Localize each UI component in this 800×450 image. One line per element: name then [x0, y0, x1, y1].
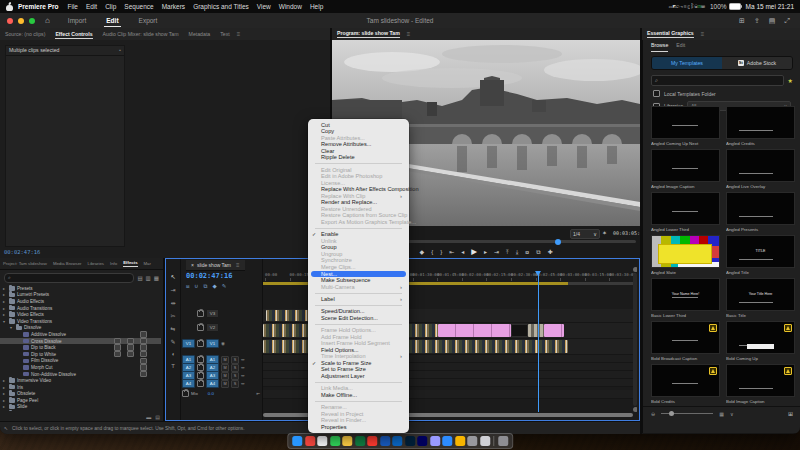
- timeline-clip[interactable]: [263, 324, 309, 337]
- timeline-clip[interactable]: [266, 310, 309, 321]
- type-tool-icon[interactable]: T: [171, 363, 175, 369]
- context-menu-item[interactable]: ✓ Label ›: [308, 296, 409, 303]
- workspace-tab[interactable]: Import: [66, 15, 88, 26]
- dock-app-icon[interactable]: [330, 436, 340, 446]
- effects-tree-item[interactable]: ▸ Wipe: [0, 410, 161, 411]
- close-window-button[interactable]: [7, 18, 13, 24]
- effect-controls-timecode[interactable]: 00:02:47:16: [4, 249, 40, 255]
- effects-tree-item[interactable]: Dip to White: [0, 351, 161, 358]
- panel-tab[interactable]: Source: (no clips): [5, 31, 45, 37]
- timeline-clip[interactable]: [511, 324, 528, 337]
- vertical-scrollbar[interactable]: [633, 273, 637, 406]
- disclosure-arrow-icon[interactable]: ▾: [3, 319, 7, 324]
- template-card[interactable]: Angled Coming Up Next: [651, 106, 720, 146]
- battery-status[interactable]: 100%: [710, 3, 741, 10]
- disclosure-arrow-icon[interactable]: ▾: [10, 325, 14, 330]
- disclosure-arrow-icon[interactable]: ▸: [3, 404, 7, 409]
- menubar-clock[interactable]: Ma 15 mei 21:21: [746, 3, 794, 10]
- effects-tree-item[interactable]: ▸ Audio Effects: [0, 298, 161, 305]
- effects-tree-item[interactable]: ▾ Dissolve: [0, 325, 161, 332]
- disclosure-arrow-icon[interactable]: ▸: [3, 378, 7, 383]
- timeline-clip[interactable]: [544, 324, 564, 337]
- effects-tree-item[interactable]: Film Dissolve: [0, 358, 161, 365]
- template-card[interactable]: Angled Lower Third: [651, 192, 720, 232]
- template-card[interactable]: Bold Credits: [651, 364, 720, 404]
- lock-icon[interactable]: [197, 380, 204, 387]
- menubar-item[interactable]: Markers: [162, 3, 185, 10]
- context-menu-item[interactable]: ✓ Properties ›: [308, 424, 409, 431]
- timeline-clip[interactable]: [528, 324, 544, 337]
- trash-icon[interactable]: [498, 436, 508, 446]
- dock-app-icon[interactable]: [430, 436, 440, 446]
- new-item-icon[interactable]: ⊞: [788, 410, 793, 417]
- go-to-in-button[interactable]: ⇤: [449, 247, 454, 257]
- template-card[interactable]: Bold Coming Up: [726, 321, 795, 361]
- keyframe-nav-icon[interactable]: ⇤: [256, 391, 260, 396]
- timeline-clip[interactable]: [438, 324, 511, 337]
- solo-button[interactable]: S: [231, 380, 239, 388]
- effects-tree-item[interactable]: ▸ Audio Transitions: [0, 305, 161, 312]
- context-menu-item[interactable]: ✓ ›: [315, 401, 402, 402]
- thumbnail-size-slider[interactable]: [661, 413, 713, 415]
- template-card[interactable]: Angled Slate: [651, 235, 720, 275]
- menubar-app-name[interactable]: Premiere Pro: [18, 3, 58, 10]
- context-menu-item[interactable]: ✓ ›: [315, 324, 402, 325]
- playhead[interactable]: [538, 271, 539, 412]
- mic-icon[interactable]: ⏛: [241, 373, 245, 378]
- effects-tree-item[interactable]: ▸ Lumetri Presets: [0, 292, 161, 299]
- scrubber-playhead[interactable]: [555, 239, 561, 245]
- icon-view-icon[interactable]: ▤: [155, 414, 160, 420]
- effects-tree-item[interactable]: ▸ Page Peel: [0, 397, 161, 404]
- settings-wrench-icon[interactable]: ✶: [602, 229, 607, 236]
- keyboard-input-icon[interactable]: ⌨: [701, 3, 705, 9]
- new-preset-icon[interactable]: ▥: [146, 275, 151, 281]
- track-output-icon[interactable]: ◉: [221, 341, 225, 346]
- template-card[interactable]: Angled Live Overlay: [726, 149, 795, 189]
- menubar-item[interactable]: Edit: [86, 3, 97, 10]
- dock-app-icon[interactable]: [380, 436, 390, 446]
- disclosure-arrow-icon[interactable]: ▸: [3, 299, 7, 304]
- track-header-mix[interactable]: Mix 0.0 ⇤: [182, 390, 260, 397]
- zoom-level-select[interactable]: 1/4∨: [570, 229, 600, 239]
- template-card[interactable]: Angled Credits: [726, 106, 795, 146]
- timeline-clip[interactable]: [263, 340, 309, 353]
- effects-tree-item[interactable]: Cross Dissolve: [0, 338, 161, 345]
- adobe-stock-button[interactable]: St Adobe Stock: [722, 57, 792, 69]
- effects-tree-item[interactable]: ▸ Presets: [0, 285, 161, 292]
- panel-tab[interactable]: Mar: [144, 261, 151, 266]
- go-to-out-button[interactable]: ⇥: [494, 247, 499, 257]
- dock-app-icon[interactable]: [317, 436, 327, 446]
- context-menu-item[interactable]: ✓ Scene Edit Detection... ›: [308, 315, 409, 322]
- lock-icon[interactable]: [197, 364, 204, 371]
- effects-tree-item[interactable]: ▸ Immersive Video: [0, 377, 161, 384]
- context-menu-item[interactable]: ✓ ›: [315, 228, 402, 229]
- disclosure-arrow-icon[interactable]: ▸: [3, 385, 7, 390]
- chevron-down-icon[interactable]: ∨: [730, 411, 734, 417]
- lock-icon[interactable]: [197, 356, 204, 363]
- track-header-a4[interactable]: A4A4 MS ⏛: [182, 379, 260, 388]
- list-view-icon[interactable]: ▬: [146, 414, 151, 420]
- dock-app-icon[interactable]: [342, 436, 352, 446]
- template-card[interactable]: Bold Broadcast Caption: [651, 321, 720, 361]
- panel-menu-icon[interactable]: ≡: [237, 31, 241, 37]
- effects-tree-item[interactable]: Dip to Black: [0, 344, 161, 351]
- mute-button[interactable]: M: [221, 380, 229, 388]
- lock-icon[interactable]: [182, 390, 189, 397]
- dock-app-icon[interactable]: [405, 436, 415, 446]
- add-marker-button[interactable]: ◆: [420, 247, 425, 257]
- dock-app-icon[interactable]: [305, 436, 315, 446]
- mark-in-button[interactable]: {: [431, 247, 433, 257]
- zoom-window-button[interactable]: [29, 18, 35, 24]
- apple-menu-icon[interactable]: [6, 3, 13, 11]
- export-frame-button[interactable]: ⧇: [525, 247, 529, 257]
- context-menu-item[interactable]: ✓ ›: [315, 305, 402, 306]
- mix-gain-value[interactable]: 0.0: [208, 391, 214, 396]
- disclosure-arrow-icon[interactable]: ▸: [3, 398, 7, 403]
- effects-tree-item[interactable]: ▸ Iris: [0, 384, 161, 391]
- comparison-view-button[interactable]: ⧉: [536, 247, 540, 257]
- disclosure-arrow-icon[interactable]: ▸: [3, 292, 7, 297]
- menubar-item[interactable]: View: [257, 3, 271, 10]
- context-menu-item[interactable]: ✓ ›: [315, 163, 402, 164]
- context-menu-item[interactable]: ✓ Adjustment Layer ›: [308, 373, 409, 380]
- panel-tab[interactable]: Info: [110, 261, 117, 266]
